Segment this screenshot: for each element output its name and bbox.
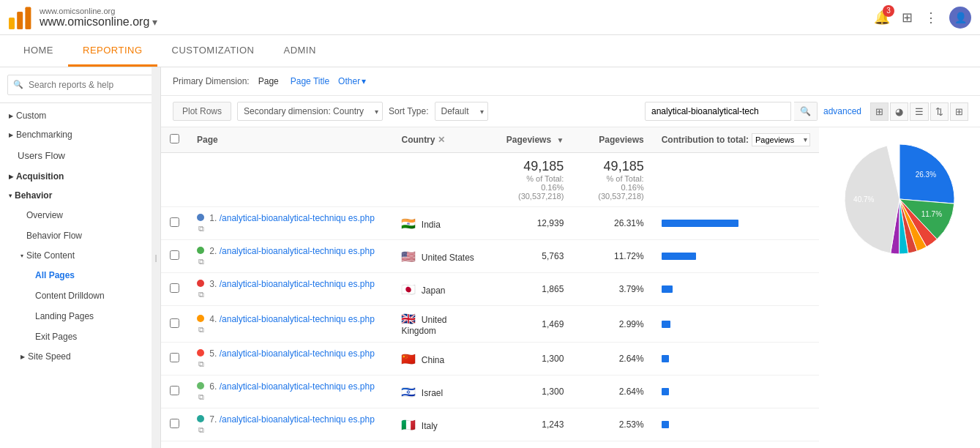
sort-arrow-icon: ▼ bbox=[556, 136, 564, 144]
contribution-select[interactable]: Pageviews bbox=[752, 133, 810, 146]
sidebar-item-acquisition[interactable]: ▶ Acquisition bbox=[0, 167, 160, 186]
copy-icon[interactable]: ⧉ bbox=[198, 257, 204, 266]
total-pageviews2: 49,185 bbox=[581, 159, 643, 174]
remove-filter-icon[interactable]: ✕ bbox=[438, 135, 445, 145]
row-country: 🇨🇳 China bbox=[392, 343, 493, 376]
th-pageviews2: Pageviews bbox=[572, 127, 652, 153]
country-name: Japan bbox=[422, 285, 446, 296]
copy-icon[interactable]: ⧉ bbox=[198, 290, 204, 299]
more-btn[interactable]: ⋮ bbox=[924, 10, 938, 26]
table-right: 26.3%11.7%40.7% bbox=[819, 127, 980, 441]
site-info: www.omicsonline.org www.omicsonline.org … bbox=[40, 7, 157, 29]
sidebar-item-benchmarking[interactable]: ▶ Benchmarking bbox=[0, 125, 160, 144]
row-pageviews: 1,469 bbox=[493, 306, 572, 343]
row-color-dot bbox=[197, 214, 204, 221]
plot-rows-btn[interactable]: Plot Rows bbox=[173, 102, 231, 121]
top-bar-right: 🔔 3 ⊞ ⋮ 👤 bbox=[874, 7, 971, 29]
sidebar-item-behavior-flow[interactable]: Behavior Flow bbox=[0, 225, 160, 246]
contribution-bar bbox=[662, 355, 670, 362]
apps-btn[interactable]: ⊞ bbox=[902, 10, 913, 26]
page-link[interactable]: /analytical-bioanalytical-techniqu es.ph… bbox=[220, 279, 375, 289]
copy-icon[interactable]: ⧉ bbox=[198, 325, 204, 334]
sort-type-select[interactable]: Default bbox=[435, 102, 488, 121]
page-link[interactable]: /analytical-bioanalytical-techniqu es.ph… bbox=[220, 213, 375, 223]
view-pivot-btn[interactable]: ⊞ bbox=[950, 102, 968, 121]
nav-customization[interactable]: CUSTOMIZATION bbox=[157, 36, 269, 67]
row-checkbox-2[interactable] bbox=[170, 283, 179, 293]
sidebar-item-landing-pages[interactable]: Landing Pages bbox=[0, 306, 160, 326]
row-country: 🇬🇧 United Kingdom bbox=[392, 306, 493, 343]
secondary-dim-select[interactable]: Secondary dimension: Country bbox=[237, 102, 383, 121]
sidebar-item-users-flow[interactable]: Users Flow bbox=[0, 144, 160, 167]
copy-icon[interactable]: ⧉ bbox=[198, 224, 204, 233]
flag-icon: 🇯🇵 bbox=[401, 283, 416, 296]
sidebar-collapse-handle[interactable]: | bbox=[152, 67, 160, 448]
page-link[interactable]: /analytical-bioanalytical-techniqu es.ph… bbox=[220, 314, 375, 324]
row-color-dot bbox=[197, 382, 204, 389]
avatar[interactable]: 👤 bbox=[949, 7, 971, 29]
table-left: Page Country ✕ Pageviews ▼ Pageviews Con… bbox=[161, 127, 819, 441]
row-checkbox-1[interactable] bbox=[170, 250, 179, 260]
sidebar-item-content-drilldown[interactable]: Content Drilldown bbox=[0, 285, 160, 306]
copy-icon[interactable]: ⧉ bbox=[198, 425, 204, 434]
sidebar-item-all-pages[interactable]: All Pages bbox=[0, 265, 160, 285]
site-url-main: www.omicsonline.org ▾ bbox=[40, 15, 157, 29]
dim-page-title[interactable]: Page Title bbox=[288, 75, 332, 88]
pie-chart: 26.3%11.7%40.7% bbox=[834, 133, 965, 265]
site-dropdown-arrow[interactable]: ▾ bbox=[152, 16, 157, 28]
notification-badge: 3 bbox=[883, 5, 894, 17]
view-list-btn[interactable]: ☰ bbox=[910, 102, 929, 121]
nav-admin[interactable]: ADMIN bbox=[269, 36, 330, 67]
nav-home[interactable]: HOME bbox=[9, 36, 68, 67]
row-color-dot bbox=[197, 315, 204, 322]
copy-icon[interactable]: ⧉ bbox=[198, 359, 204, 368]
svg-rect-1 bbox=[17, 12, 23, 29]
view-table-btn[interactable]: ⊞ bbox=[870, 102, 889, 121]
triangle-icon: ▶ bbox=[20, 354, 25, 360]
row-checkbox-3[interactable] bbox=[170, 318, 179, 328]
sidebar-item-custom[interactable]: ▶ Custom bbox=[0, 106, 160, 125]
row-num: 2. bbox=[209, 246, 217, 256]
contribution-bar bbox=[662, 388, 670, 395]
sidebar-item-behavior[interactable]: ▾ Behavior bbox=[0, 186, 160, 205]
search-filter-input[interactable] bbox=[645, 102, 791, 121]
triangle-icon: ▾ bbox=[20, 253, 23, 259]
row-num: 6. bbox=[209, 381, 217, 392]
nav-reporting[interactable]: REPORTING bbox=[68, 36, 157, 67]
row-checkbox-0[interactable] bbox=[170, 217, 179, 227]
country-name: Italy bbox=[422, 421, 438, 431]
sort-type-wrap: Default bbox=[435, 102, 488, 121]
view-compare-btn[interactable]: ⇅ bbox=[930, 102, 949, 121]
sidebar-item-site-speed[interactable]: ▶ Site Speed bbox=[0, 347, 160, 366]
top-bar: www.omicsonline.org www.omicsonline.org … bbox=[0, 0, 980, 35]
notification-btn[interactable]: 🔔 3 bbox=[874, 10, 890, 26]
secondary-dim-wrap: Secondary dimension: Country bbox=[237, 102, 383, 121]
sidebar-item-exit-pages[interactable]: Exit Pages bbox=[0, 326, 160, 347]
row-country: 🇯🇵 Japan bbox=[392, 273, 493, 306]
advanced-link[interactable]: advanced bbox=[823, 106, 861, 116]
th-pageviews-sort[interactable]: Pageviews ▼ bbox=[493, 127, 572, 153]
table-row: 5. /analytical-bioanalytical-techniqu es… bbox=[161, 343, 819, 376]
row-checkbox-6[interactable] bbox=[170, 419, 179, 428]
row-checkbox-5[interactable] bbox=[170, 386, 179, 395]
country-name: Israel bbox=[422, 388, 443, 398]
view-pie-btn[interactable]: ◕ bbox=[890, 102, 908, 121]
page-link[interactable]: /analytical-bioanalytical-techniqu es.ph… bbox=[220, 414, 375, 425]
row-contribution-bar bbox=[653, 240, 819, 273]
page-link[interactable]: /analytical-bioanalytical-techniqu es.ph… bbox=[220, 348, 375, 359]
content-area: Primary Dimension: Page Page Title Other… bbox=[161, 67, 980, 448]
page-link[interactable]: /analytical-bioanalytical-techniqu es.ph… bbox=[220, 246, 375, 256]
dim-other[interactable]: Other ▾ bbox=[338, 76, 366, 86]
select-all-checkbox[interactable] bbox=[170, 134, 179, 143]
row-checkbox-4[interactable] bbox=[170, 353, 179, 362]
row-num: 7. bbox=[209, 414, 217, 425]
dim-page[interactable]: Page bbox=[255, 75, 282, 88]
nav-bar: HOME REPORTING CUSTOMIZATION ADMIN bbox=[0, 35, 980, 67]
sidebar-item-site-content[interactable]: ▾ Site Content bbox=[0, 246, 160, 265]
page-link[interactable]: /analytical-bioanalytical-techniqu es.ph… bbox=[220, 381, 375, 392]
sidebar-item-overview[interactable]: Overview bbox=[0, 205, 160, 225]
search-filter-btn[interactable]: 🔍 bbox=[794, 102, 818, 121]
search-input[interactable] bbox=[7, 75, 153, 95]
row-color-dot bbox=[197, 280, 204, 287]
copy-icon[interactable]: ⧉ bbox=[198, 392, 204, 401]
